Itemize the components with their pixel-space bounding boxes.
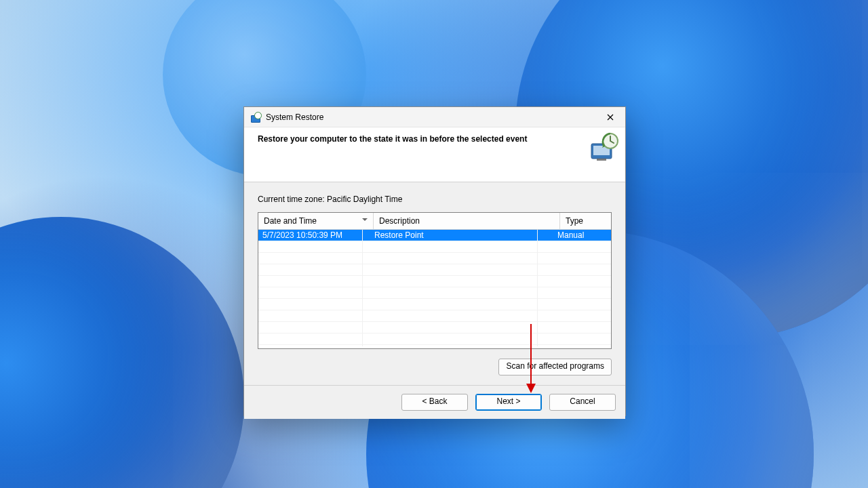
system-restore-dialog: System Restore Restore your computer to … (243, 106, 626, 416)
dialog-footer: < Back Next > Cancel (244, 385, 625, 419)
back-button[interactable]: < Back (401, 394, 468, 411)
sort-descending-icon (362, 217, 368, 222)
dialog-heading: Restore your computer to the state it wa… (258, 134, 613, 144)
close-icon (607, 114, 614, 121)
table-row[interactable]: 5/7/2023 10:50:39 PM Restore Point Manua… (258, 230, 611, 241)
table-body[interactable]: 5/7/2023 10:50:39 PM Restore Point Manua… (258, 230, 611, 346)
timezone-label: Current time zone: Pacific Daylight Time (258, 195, 612, 204)
column-header-description[interactable]: Description (374, 213, 560, 229)
cell-date: 5/7/2023 10:50:39 PM (258, 230, 370, 241)
scan-affected-programs-button[interactable]: Scan for affected programs (498, 359, 612, 375)
column-header-type[interactable]: Type (560, 213, 611, 229)
close-button[interactable] (595, 107, 625, 127)
cell-type: Manual (553, 230, 611, 241)
system-restore-icon (250, 112, 260, 123)
cancel-button[interactable]: Cancel (549, 394, 616, 411)
window-title: System Restore (266, 113, 323, 122)
cell-description: Restore Point (370, 230, 553, 241)
system-restore-large-icon (587, 131, 620, 164)
column-header-description-label: Description (379, 216, 420, 226)
column-header-date[interactable]: Date and Time (258, 213, 374, 229)
next-button[interactable]: Next > (475, 394, 542, 411)
column-header-date-label: Date and Time (264, 216, 317, 226)
restore-points-table[interactable]: Date and Time Description Type 5/7/2023 … (258, 212, 612, 349)
dialog-header: Restore your computer to the state it wa… (244, 127, 625, 182)
dialog-content: Current time zone: Pacific Daylight Time… (244, 182, 625, 385)
title-bar[interactable]: System Restore (244, 107, 625, 127)
table-header-row: Date and Time Description Type (258, 213, 611, 230)
column-header-type-label: Type (566, 216, 583, 226)
svg-rect-2 (597, 159, 606, 161)
